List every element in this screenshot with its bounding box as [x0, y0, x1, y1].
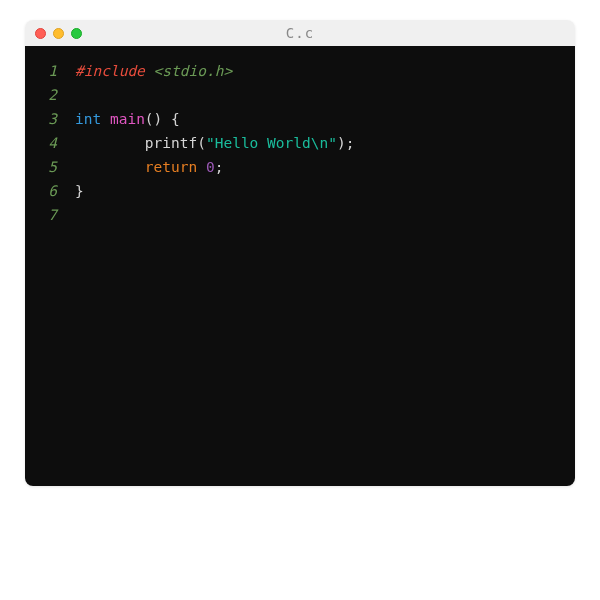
line-content[interactable]: printf("Hello World\n"); [75, 132, 575, 156]
code-line[interactable]: 2 [25, 84, 575, 108]
token-punct [197, 159, 206, 175]
token-punct: } [75, 183, 84, 199]
token-punct [75, 159, 145, 175]
token-punct: ); [337, 135, 354, 151]
code-line[interactable]: 6} [25, 180, 575, 204]
token-punct: ( [197, 135, 206, 151]
code-editor[interactable]: 1#include <stdio.h>2 3int main() {4 prin… [25, 46, 575, 486]
token-string: "Hello World\n" [206, 135, 337, 151]
line-content[interactable]: return 0; [75, 156, 575, 180]
window-controls [35, 28, 82, 39]
token-punct [101, 111, 110, 127]
line-content[interactable]: int main() { [75, 108, 575, 132]
minimize-icon[interactable] [53, 28, 64, 39]
line-number: 2 [25, 84, 75, 108]
line-content[interactable] [75, 84, 575, 108]
token-funcname: main [110, 111, 145, 127]
token-sysheader: <stdio.h> [154, 63, 233, 79]
token-punct [75, 135, 145, 151]
token-punct: ; [215, 159, 224, 175]
code-line[interactable]: 7 [25, 204, 575, 228]
line-content[interactable]: #include <stdio.h> [75, 60, 575, 84]
maximize-icon[interactable] [71, 28, 82, 39]
close-icon[interactable] [35, 28, 46, 39]
line-number: 3 [25, 108, 75, 132]
line-number: 7 [25, 204, 75, 228]
line-content[interactable]: } [75, 180, 575, 204]
line-number: 5 [25, 156, 75, 180]
code-line[interactable]: 4 printf("Hello World\n"); [25, 132, 575, 156]
token-preproc: #include [75, 63, 145, 79]
editor-window: C.c 1#include <stdio.h>2 3int main() {4 … [25, 20, 575, 486]
token-punct [145, 63, 154, 79]
token-keyword: int [75, 111, 101, 127]
line-number: 6 [25, 180, 75, 204]
token-number: 0 [206, 159, 215, 175]
code-line[interactable]: 3int main() { [25, 108, 575, 132]
line-content[interactable] [75, 204, 575, 228]
line-number: 4 [25, 132, 75, 156]
code-line[interactable]: 5 return 0; [25, 156, 575, 180]
token-return: return [145, 159, 197, 175]
token-ident: printf [145, 135, 197, 151]
window-title: C.c [286, 25, 314, 41]
titlebar: C.c [25, 20, 575, 46]
token-punct: () { [145, 111, 180, 127]
line-number: 1 [25, 60, 75, 84]
code-line[interactable]: 1#include <stdio.h> [25, 60, 575, 84]
